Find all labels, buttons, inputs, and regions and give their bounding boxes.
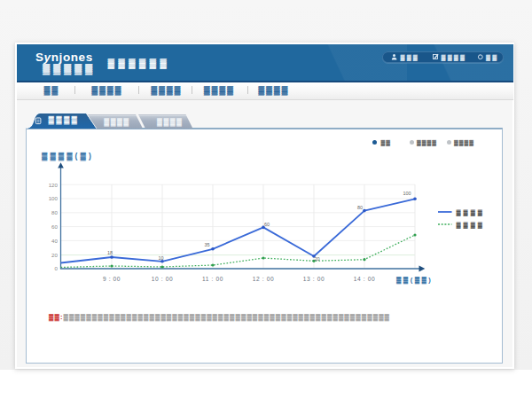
svg-text:▓▓▓▓: ▓▓▓▓ <box>49 115 80 125</box>
